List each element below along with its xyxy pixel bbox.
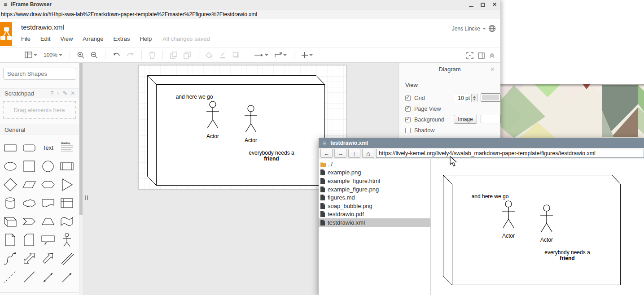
- shape-double-line[interactable]: [57, 249, 76, 267]
- minimize-icon[interactable]: [469, 6, 473, 7]
- connection-style-button[interactable]: [254, 53, 268, 57]
- shape-search-box[interactable]: [3, 68, 76, 80]
- page-view-checkbox[interactable]: [405, 106, 411, 112]
- shape-actor[interactable]: [57, 230, 76, 249]
- shape-document[interactable]: [39, 194, 57, 212]
- format-panel-toggle-icon[interactable]: [478, 52, 485, 59]
- collapse-toolbar-icon[interactable]: [489, 52, 495, 58]
- insert-button[interactable]: [302, 52, 313, 58]
- shape-square[interactable]: [20, 157, 39, 175]
- grid-size-input[interactable]: [454, 94, 472, 102]
- shape-cloud[interactable]: [20, 194, 39, 212]
- zoom-in-button[interactable]: [77, 52, 84, 59]
- shape-circle[interactable]: [39, 157, 57, 175]
- zoom-caret-icon[interactable]: [59, 54, 62, 56]
- redo-button[interactable]: [127, 52, 134, 58]
- canvas-diagram[interactable]: and here we goActorActoreverybody needs …: [147, 75, 331, 188]
- sidebar-scrollbar[interactable]: [79, 63, 83, 295]
- scratchpad-close-icon[interactable]: ✕: [70, 90, 75, 96]
- close-icon[interactable]: ✕: [492, 2, 497, 7]
- undo-button[interactable]: [113, 52, 120, 58]
- window-titlebar[interactable]: ≡ iFrame Browser ✕: [0, 0, 500, 9]
- file-row[interactable]: figures.md: [319, 193, 430, 202]
- file-row[interactable]: example.png: [319, 169, 430, 177]
- waypoint-style-button[interactable]: [275, 52, 287, 58]
- shape-triangle[interactable]: [57, 175, 76, 194]
- scratchpad-edit-icon[interactable]: ✎: [63, 90, 67, 96]
- window-menu-icon[interactable]: ≡: [4, 1, 7, 8]
- home-button[interactable]: ⌂: [362, 149, 374, 158]
- user-caret-icon[interactable]: [482, 28, 486, 30]
- maximize-icon[interactable]: [481, 3, 485, 7]
- shape-curve[interactable]: [1, 249, 20, 267]
- panel-close-icon[interactable]: ✕: [490, 66, 495, 73]
- shape-dashed-line[interactable]: [1, 267, 20, 286]
- back-button[interactable]: ←: [320, 149, 333, 158]
- file-row[interactable]: soap_bubble.png: [319, 202, 430, 210]
- menu-edit[interactable]: Edit: [40, 35, 50, 42]
- shape-step[interactable]: [20, 212, 39, 230]
- file-window-titlebar[interactable]: ≡ testdrawio.xml: [319, 138, 644, 148]
- page-view-button[interactable]: [25, 52, 37, 58]
- menu-help[interactable]: Help: [140, 35, 152, 42]
- scratchpad-drop-area[interactable]: Drag elements here: [3, 101, 76, 119]
- shape-bidirectional-arrow[interactable]: [20, 249, 39, 267]
- shape-callout[interactable]: [39, 230, 57, 249]
- shape-hexagon[interactable]: [39, 175, 57, 194]
- shape-bidirectional-connector[interactable]: [39, 267, 57, 286]
- insert-caret-icon[interactable]: [309, 54, 313, 56]
- shape-textbox[interactable]: Heading: [57, 139, 76, 157]
- scratchpad-help-icon[interactable]: ?: [50, 90, 53, 96]
- stepper-up-icon[interactable]: [473, 96, 476, 98]
- connection-caret-icon[interactable]: [265, 54, 268, 56]
- sidebar-splitter-handle[interactable]: [85, 195, 88, 200]
- menu-file[interactable]: File: [21, 35, 31, 42]
- grid-size-stepper[interactable]: [472, 94, 478, 102]
- shape-parallelogram[interactable]: [20, 175, 39, 194]
- file-row[interactable]: testdrawio.pdf: [319, 210, 430, 219]
- zoom-out-button[interactable]: [91, 52, 98, 59]
- scratchpad-header[interactable]: Scratchpad ? + ✎ ✕: [0, 88, 79, 98]
- language-globe-icon[interactable]: [488, 25, 496, 32]
- file-window-menu-icon[interactable]: ≡: [323, 139, 326, 147]
- menu-view[interactable]: View: [60, 35, 73, 42]
- file-row[interactable]: ../: [319, 160, 430, 169]
- shadow-checkbox[interactable]: [405, 128, 411, 133]
- file-row[interactable]: example_figure.html: [319, 177, 430, 185]
- file-url-input[interactable]: https://lively-kernel.org/lively4/swalab…: [376, 149, 644, 158]
- shape-arrow[interactable]: [39, 249, 57, 267]
- file-row[interactable]: testdrawio.xml: [319, 218, 430, 227]
- up-button[interactable]: ↑: [348, 149, 360, 158]
- scratchpad-add-icon[interactable]: +: [57, 90, 60, 96]
- shape-line[interactable]: [20, 267, 39, 286]
- shape-diamond[interactable]: [1, 175, 20, 194]
- shadow-button[interactable]: [232, 52, 240, 59]
- general-section-header[interactable]: General: [0, 125, 79, 134]
- page-view-caret-icon[interactable]: [34, 54, 37, 56]
- shape-directional-connector[interactable]: [57, 267, 76, 286]
- shape-note[interactable]: [1, 230, 20, 249]
- sidebar-scrollbar-thumb[interactable]: [79, 63, 83, 215]
- shape-card[interactable]: [20, 230, 39, 249]
- grid-color-swatch[interactable]: [481, 93, 500, 102]
- background-image-button[interactable]: Image: [454, 115, 477, 124]
- user-name[interactable]: Jens Lincke: [452, 26, 480, 32]
- search-input[interactable]: [7, 70, 86, 77]
- file-row[interactable]: example_figure.png: [319, 185, 430, 194]
- background-checkbox[interactable]: [405, 117, 411, 122]
- fill-color-button[interactable]: [206, 52, 213, 59]
- shape-ellipse[interactable]: [1, 157, 20, 175]
- stepper-down-icon[interactable]: [473, 99, 476, 100]
- menu-extras[interactable]: Extras: [114, 35, 130, 42]
- shape-trapezoid[interactable]: [39, 212, 57, 230]
- background-color-swatch[interactable]: [481, 115, 500, 123]
- shape-cube[interactable]: [1, 212, 20, 230]
- waypoint-caret-icon[interactable]: [283, 54, 287, 56]
- shape-rounded-rectangle[interactable]: [20, 139, 39, 157]
- shape-tape[interactable]: [57, 212, 76, 230]
- shape-text[interactable]: Text: [39, 139, 57, 157]
- to-back-button[interactable]: [184, 52, 191, 59]
- shape-internal-storage[interactable]: [57, 194, 76, 212]
- menu-arrange[interactable]: Arrange: [83, 35, 103, 42]
- to-front-button[interactable]: [170, 52, 177, 59]
